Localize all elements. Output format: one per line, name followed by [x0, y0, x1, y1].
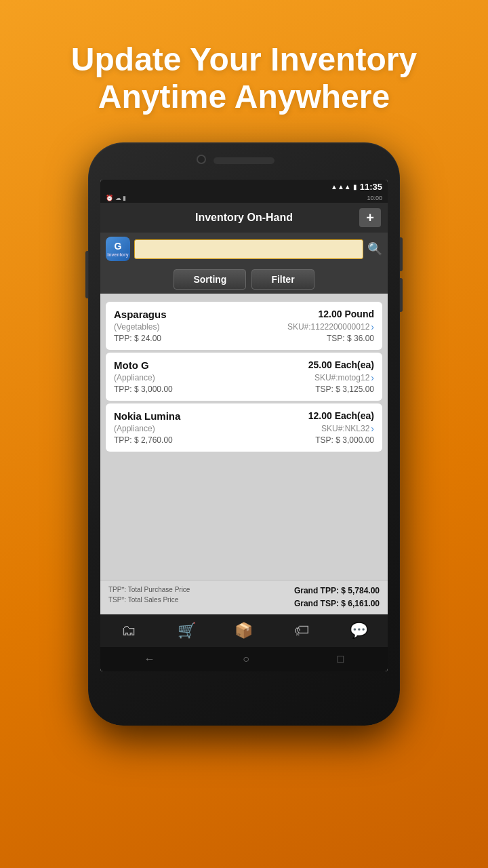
item-sku-asparagus: SKU#:1122200000012 › [287, 321, 374, 332]
bottom-nav: 🗂 🛒 📦 🏷 💬 [100, 614, 388, 647]
item-name-nokia: Nokia Lumina [114, 410, 180, 422]
item-sku-motog: SKU#:motog12 › [314, 372, 374, 383]
hero-text: Update Your Inventory Anytime Anywhere [44, 41, 444, 115]
sorting-button[interactable]: Sorting [174, 269, 246, 290]
home-button[interactable]: ○ [243, 653, 249, 665]
logo-letter: G [115, 241, 122, 252]
recents-button[interactable]: □ [338, 653, 344, 665]
logo-sub: Inventory [107, 252, 129, 257]
status-bar2: ⏰ ☁ ▮ 10:00 [100, 193, 388, 203]
inventory-card-motog[interactable]: Moto G 25.00 Each(ea) (Appliance) SKU#:m… [106, 353, 382, 401]
tags-icon: 🏷 [294, 622, 309, 639]
app-header: Inventory On-Hand + [100, 203, 388, 233]
signal-icon: ▲▲▲ [331, 183, 351, 191]
item-tpp-nokia: TPP: $ 2,760.00 [114, 435, 173, 445]
grand-tpp: Grand TPP: $ 5,784.00 [294, 585, 380, 597]
battery-icon: ▮ [353, 183, 357, 191]
phone-shell: ▲▲▲ ▮ 11:35 ⏰ ☁ ▮ 10:00 Inventory On-Han… [88, 142, 400, 726]
phone-wrapper: ▲▲▲ ▮ 11:35 ⏰ ☁ ▮ 10:00 Inventory On-Han… [88, 142, 400, 726]
files-icon: 🗂 [121, 622, 136, 639]
footer-totals: TPP*: Total Purchase Price TSP*: Total S… [100, 580, 388, 614]
item-tpp-asparagus: TPP: $ 24.00 [114, 334, 161, 343]
search-button[interactable]: 🔍 [367, 241, 382, 256]
item-tsp-asparagus: TSP: $ 36.00 [327, 334, 374, 343]
item-tpp-motog: TPP: $ 3,000.00 [114, 384, 173, 394]
item-tsp-nokia: TSP: $ 3,000.00 [315, 435, 374, 445]
sku-arrow-asparagus: › [371, 321, 374, 332]
phone-camera [197, 155, 206, 164]
hero-line2: Anytime Anywhere [98, 79, 390, 115]
sku-arrow-motog: › [371, 372, 374, 383]
nav-chat[interactable]: 💬 [344, 617, 374, 644]
phone-speaker [214, 157, 274, 164]
hero-line1: Update Your Inventory [71, 41, 417, 77]
inventory-card-asparagus[interactable]: Asparagus 12.00 Pound (Vegetables) SKU#:… [106, 302, 382, 350]
tsp-note: TSP*: Total Sales Price [108, 595, 190, 605]
app-logo: G Inventory [106, 237, 130, 261]
item-qty-asparagus: 12.00 Pound [319, 309, 374, 319]
sku-arrow-nokia: › [371, 423, 374, 434]
inventory-card-nokia[interactable]: Nokia Lumina 12.00 Each(ea) (Appliance) … [106, 403, 382, 452]
nav-files[interactable]: 🗂 [114, 617, 144, 644]
status-icons2: ⏰ ☁ ▮ [106, 195, 126, 201]
inventory-icon: 📦 [235, 622, 253, 639]
sort-filter-bar: Sorting Filter [100, 265, 388, 294]
status-time: 11:35 [360, 182, 382, 192]
vol-up-button [400, 237, 403, 271]
phone-screen: ▲▲▲ ▮ 11:35 ⏰ ☁ ▮ 10:00 Inventory On-Han… [100, 180, 388, 671]
search-input[interactable] [134, 239, 363, 259]
item-qty-nokia: 12.00 Each(ea) [308, 410, 374, 421]
status-icons: ▲▲▲ ▮ [331, 183, 357, 191]
nav-tags[interactable]: 🏷 [287, 617, 317, 644]
item-category-nokia: (Appliance) [114, 424, 155, 433]
nav-inventory[interactable]: 📦 [229, 617, 259, 644]
status-bar: ▲▲▲ ▮ 11:35 [100, 180, 388, 193]
app-title: Inventory On-Hand [195, 212, 293, 224]
inventory-area: Asparagus 12.00 Pound (Vegetables) SKU#:… [100, 294, 388, 580]
back-button[interactable]: ← [144, 653, 155, 665]
search-bar: G Inventory 🔍 [100, 233, 388, 265]
tpp-note: TPP*: Total Purchase Price [108, 585, 190, 595]
item-category-motog: (Appliance) [114, 373, 155, 382]
item-name-asparagus: Asparagus [114, 309, 167, 320]
item-tsp-motog: TSP: $ 3,125.00 [315, 384, 374, 394]
add-button[interactable]: + [359, 208, 381, 227]
android-nav-bar: ← ○ □ [100, 647, 388, 671]
phone-side-btn-left [85, 251, 88, 298]
vol-down-button [400, 278, 403, 312]
filter-button[interactable]: Filter [251, 269, 314, 290]
item-qty-motog: 25.00 Each(ea) [308, 359, 374, 370]
status-secondary-time: 10:00 [367, 195, 382, 201]
cart-icon: 🛒 [178, 622, 196, 639]
grand-tsp: Grand TSP: $ 6,161.00 [294, 597, 380, 610]
item-category-asparagus: (Vegetables) [114, 322, 159, 332]
nav-cart[interactable]: 🛒 [171, 617, 201, 644]
item-sku-nokia: SKU#:NKL32 › [321, 423, 374, 434]
chat-icon: 💬 [350, 622, 368, 639]
item-name-motog: Moto G [114, 359, 149, 371]
